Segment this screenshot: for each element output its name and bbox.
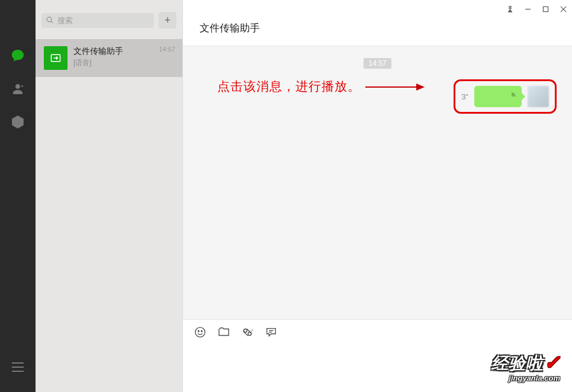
conversation-list: + 文件传输助手 [语音] 14:57 (36, 0, 183, 392)
contacts-tab-icon[interactable] (9, 81, 26, 97)
chat-area: 文件传输助手 14:57 3" 点击该消息，进行播放。 (183, 0, 572, 392)
annotation-text: 点击该消息，进行播放。 (217, 78, 361, 95)
pin-icon[interactable] (506, 5, 514, 13)
svg-rect-1 (12, 367, 24, 368)
file-helper-avatar-icon (44, 46, 68, 70)
minimize-icon[interactable] (523, 5, 532, 13)
search-box[interactable] (41, 13, 154, 28)
nav-rail (0, 0, 36, 392)
titlebar (183, 0, 572, 18)
chat-header: 文件传输助手 (183, 18, 572, 46)
chat-history-icon[interactable] (265, 326, 278, 339)
menu-icon[interactable] (12, 362, 24, 374)
svg-point-3 (47, 17, 52, 22)
screenshot-icon[interactable] (241, 326, 254, 339)
file-icon[interactable] (217, 326, 230, 339)
user-avatar[interactable] (528, 86, 549, 107)
chat-title: 文件传输助手 (200, 21, 555, 35)
close-icon[interactable] (559, 5, 567, 13)
svg-line-17 (247, 329, 252, 334)
conversation-item[interactable]: 文件传输助手 [语音] 14:57 (36, 39, 182, 77)
search-row: + (36, 0, 182, 39)
svg-rect-7 (543, 7, 548, 11)
chat-tab-icon[interactable] (9, 47, 26, 64)
voice-duration: 3" (461, 92, 468, 101)
voice-message-bubble[interactable] (474, 86, 522, 107)
chat-body: 14:57 3" 点击该消息，进行播放。 (183, 46, 572, 319)
search-icon (46, 16, 54, 24)
svg-point-13 (198, 330, 199, 332)
message-timestamp: 14:57 (364, 58, 391, 69)
svg-rect-0 (12, 362, 24, 364)
svg-rect-2 (12, 371, 24, 372)
svg-marker-11 (416, 83, 425, 91)
input-toolbar (183, 320, 572, 345)
search-input[interactable] (57, 16, 149, 25)
programs-tab-icon[interactable] (9, 114, 26, 130)
svg-line-4 (51, 21, 53, 23)
maximize-icon[interactable] (541, 5, 549, 13)
annotation-callout: 3" (454, 79, 557, 114)
message-input-area[interactable] (183, 345, 572, 392)
annotation: 点击该消息，进行播放。 (217, 78, 425, 95)
svg-point-14 (201, 330, 203, 332)
conversation-preview: [语音] (73, 58, 174, 68)
add-button[interactable]: + (159, 12, 176, 28)
voice-wave-icon (507, 92, 516, 101)
conversation-time: 14:57 (159, 46, 175, 53)
svg-point-12 (195, 327, 205, 337)
arrow-icon (365, 82, 425, 92)
emoji-icon[interactable] (194, 326, 207, 339)
